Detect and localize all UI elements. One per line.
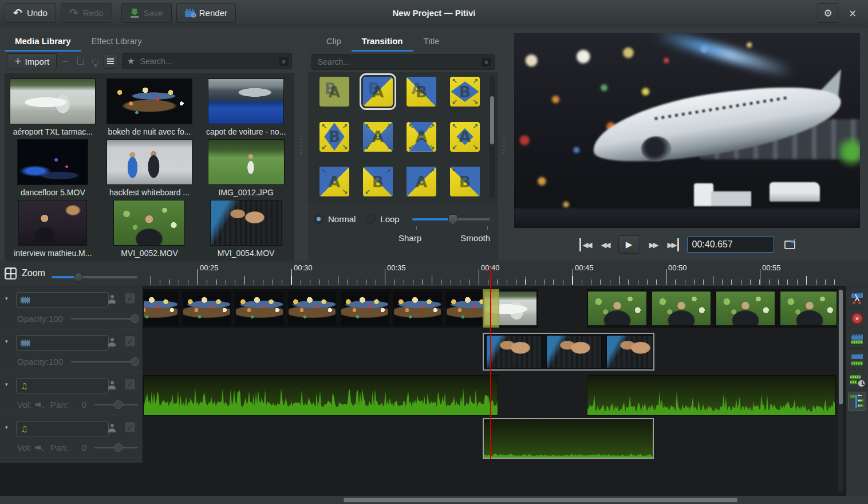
timeline-vertical-scrollbar[interactable] (838, 288, 843, 492)
tab-transition[interactable]: Transition (352, 33, 413, 52)
media-item[interactable]: capot de voiture - no... (198, 76, 294, 136)
opacity-slider[interactable] (71, 318, 138, 320)
transition-tile[interactable]: B ↖↗↙↘ (319, 122, 349, 152)
transition-tile[interactable]: A ↖↗↙↘ (363, 122, 393, 152)
transition-tile[interactable]: B ↖↗↙↘ (450, 77, 480, 107)
undo-button[interactable]: ↶ Undo (5, 3, 56, 23)
loop-radio[interactable] (366, 214, 376, 224)
clear-search-icon[interactable]: × (279, 57, 289, 66)
seek-back-button[interactable]: ◀◀ (600, 238, 610, 251)
video-clip-keyboard[interactable] (483, 333, 654, 371)
expander-icon[interactable]: ▾ (5, 424, 8, 430)
transition-grid-scrollbar[interactable] (490, 76, 495, 198)
pane-handle[interactable] (301, 139, 302, 153)
pan-value: 0 (82, 400, 86, 410)
timeline-ruler[interactable]: 00:25 00:30 00:35 00:40 00:45 00:50 00:5… (143, 261, 839, 286)
detach-viewer-button[interactable]: ↙ (784, 241, 795, 249)
expander-icon[interactable]: ▾ (5, 296, 8, 301)
proxy-button[interactable] (89, 57, 101, 66)
remove-asset-button[interactable]: − (59, 56, 72, 66)
opacity-slider[interactable] (71, 361, 138, 363)
video-clip-bokeh[interactable] (143, 289, 499, 328)
go-to-end-button[interactable]: ▶▶ (666, 238, 679, 251)
border-slider[interactable] (412, 218, 490, 220)
media-list: aéroport TXL tarmac... bokeh de nuit ave… (5, 73, 294, 261)
pane-handle[interactable] (503, 139, 504, 153)
transition-tile[interactable]: A ↗ (407, 167, 436, 196)
save-button[interactable]: Save (121, 3, 172, 23)
view-options-button[interactable] (104, 54, 117, 69)
transition-tile-selected[interactable]: BA (363, 77, 393, 107)
media-item[interactable]: MVI_0052.MOV (101, 197, 198, 258)
import-button[interactable]: + Import (7, 53, 57, 69)
expander-icon[interactable]: ▾ (5, 338, 8, 344)
playhead[interactable] (490, 267, 491, 459)
audio-clip[interactable] (143, 375, 498, 416)
media-item[interactable]: MVI_0054.MOV (198, 197, 294, 258)
speaker-muted-icon[interactable]: × (35, 401, 44, 408)
media-item[interactable]: dancefloor 5.MOV (5, 136, 101, 197)
vol-label: Vol: (17, 400, 31, 410)
media-item[interactable]: interview mathieu.M... (5, 197, 101, 258)
transition-tile[interactable]: A ↖↘ (319, 167, 349, 196)
zoom-slider-knob[interactable] (74, 273, 83, 282)
media-item[interactable]: bokeh de nuit avec fo... (101, 76, 198, 136)
redo-button[interactable]: ↷ Redo (61, 3, 112, 23)
pan-slider[interactable] (94, 404, 138, 405)
audio-clip[interactable] (483, 418, 654, 459)
align-button[interactable] (848, 371, 866, 390)
zoom-slider[interactable] (52, 276, 137, 278)
viewer-preview[interactable] (514, 33, 860, 228)
media-item[interactable]: aéroport TXL tarmac... (5, 76, 101, 136)
gapless-mode-button[interactable]: ←←← (848, 392, 866, 411)
normal-radio[interactable] (314, 214, 323, 224)
go-to-start-button[interactable]: ◀◀ (579, 238, 592, 251)
group-button[interactable] (848, 330, 866, 349)
transition-tile[interactable]: B ↗↙ (363, 167, 393, 196)
seek-forward-button[interactable]: ▶▶ (648, 238, 658, 251)
tab-title[interactable]: Title (413, 33, 450, 52)
audio-waveform (144, 376, 498, 415)
transition-tile[interactable]: BA (319, 77, 349, 107)
split-button[interactable] (848, 289, 866, 308)
media-search-input[interactable] (139, 56, 275, 66)
render-button[interactable]: ⚙ Render (176, 3, 236, 23)
layer-name-field[interactable] (16, 292, 109, 308)
ungroup-button[interactable] (848, 351, 866, 369)
media-thumbnail (208, 139, 285, 185)
layer-checkbox[interactable]: ✓ (124, 422, 136, 433)
tab-media-library[interactable]: Media Library (5, 33, 81, 52)
insert-at-end-button[interactable] (74, 57, 86, 66)
audio-clip[interactable] (587, 375, 836, 416)
transition-search-input[interactable] (317, 57, 478, 67)
media-thumbnail (18, 200, 87, 246)
zoom-fit-button[interactable] (5, 267, 17, 279)
media-item[interactable]: hackfest whiteboard ... (101, 136, 198, 197)
pan-slider[interactable] (94, 447, 138, 448)
expander-icon[interactable]: ▾ (5, 381, 8, 387)
tab-effect-library[interactable]: Effect Library (81, 33, 152, 52)
layer-checkbox[interactable]: ✓ (124, 379, 136, 390)
layer-name-field[interactable]: ♫ (16, 421, 109, 436)
transition-tile[interactable]: A ↖↗↙↘ (450, 122, 480, 152)
close-icon: × (849, 7, 857, 19)
video-clip-interview[interactable] (587, 289, 837, 328)
border-slider-knob[interactable] (448, 214, 457, 225)
tab-clip[interactable]: Clip (316, 33, 352, 52)
timecode-input[interactable] (687, 237, 774, 253)
transition-tile[interactable]: A ↖↗↙↘ (407, 122, 436, 152)
transition-tile[interactable]: AB (407, 77, 436, 107)
media-item[interactable]: IMG_0012.JPG (198, 136, 294, 197)
layer-checkbox[interactable]: ✓ (124, 293, 136, 304)
speaker-muted-icon[interactable]: × (35, 444, 44, 451)
clear-search-icon[interactable]: × (482, 58, 491, 66)
settings-button[interactable]: ⚙ (818, 3, 838, 23)
delete-clip-button[interactable]: × (848, 309, 866, 328)
transition-tile[interactable]: B ↖ (450, 167, 480, 196)
layer-checkbox[interactable]: ✓ (124, 336, 136, 347)
close-button[interactable]: × (843, 3, 862, 23)
layer-name-field[interactable]: ♫ (16, 378, 109, 393)
layer-name-field[interactable] (16, 335, 109, 351)
play-button[interactable]: ▶ (618, 235, 640, 254)
timeline-horizontal-scrollbar[interactable] (0, 496, 868, 504)
